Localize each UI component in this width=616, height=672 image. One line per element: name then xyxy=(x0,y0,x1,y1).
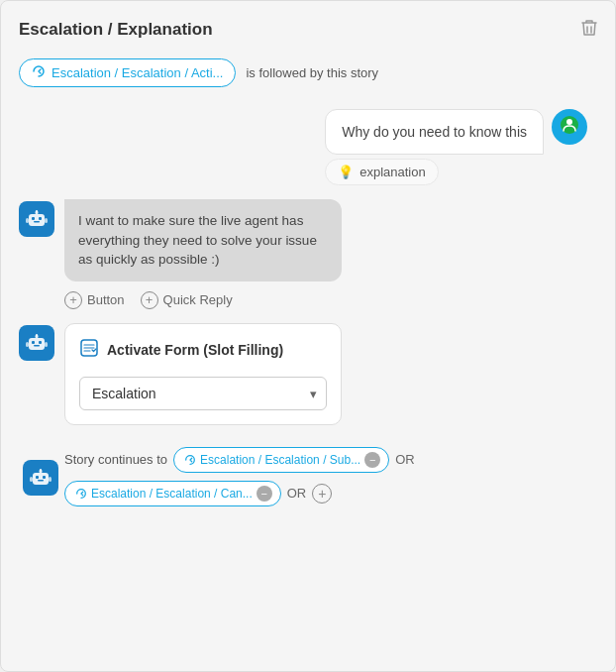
story-target-pill-2[interactable]: Escalation / Escalation / Can... − xyxy=(64,481,281,506)
story-target-pill-1[interactable]: Escalation / Escalation / Sub... − xyxy=(173,447,389,473)
trigger-pill-label: Escalation / Escalation / Acti... xyxy=(51,65,223,80)
svg-rect-24 xyxy=(43,476,46,479)
trigger-pill[interactable]: Escalation / Escalation / Acti... xyxy=(19,58,236,87)
quick-reply-label: Quick Reply xyxy=(163,292,233,307)
user-bubble-tag: 💡 explanation xyxy=(325,159,439,185)
svg-rect-13 xyxy=(34,345,40,347)
bot-form-row: Activate Form (Slot Filling) Escalation … xyxy=(19,323,597,425)
user-bubble-wrapper: Why do you need to know this 💡 explanati… xyxy=(325,109,544,185)
add-story-target-btn[interactable]: + xyxy=(312,484,332,504)
user-avatar-icon xyxy=(560,115,579,139)
story-continues-body: Story continues to Escalation / Escalati… xyxy=(64,447,415,506)
svg-rect-4 xyxy=(39,217,42,220)
or-text-2: OR xyxy=(287,486,307,501)
trigger-pill-icon xyxy=(32,64,46,81)
svg-rect-25 xyxy=(38,480,44,482)
or-text-1: OR xyxy=(395,452,415,467)
bot-avatar-1 xyxy=(19,201,54,237)
panel-title: Escalation / Explanation xyxy=(19,20,213,40)
svg-rect-12 xyxy=(39,341,42,344)
story-continues-row-2: Escalation / Escalation / Can... − OR + xyxy=(64,481,415,506)
svg-rect-10 xyxy=(29,338,45,350)
add-quick-reply-btn[interactable]: + Quick Reply xyxy=(141,291,233,309)
user-message-row: Why do you need to know this 💡 explanati… xyxy=(19,109,597,185)
remove-target-2-btn[interactable]: − xyxy=(257,486,272,502)
panel-header: Escalation / Explanation xyxy=(19,19,597,41)
bot-message-1-text: I want to make sure the live agent has e… xyxy=(78,213,317,267)
svg-point-27 xyxy=(40,469,42,471)
svg-rect-28 xyxy=(30,477,33,482)
svg-rect-8 xyxy=(26,218,29,223)
svg-rect-23 xyxy=(36,476,39,479)
svg-point-1 xyxy=(566,119,572,125)
bot-content-1: I want to make sure the live agent has e… xyxy=(64,199,597,309)
bot-avatar-3 xyxy=(23,460,58,496)
story-continues-row-1: Story continues to Escalation / Escalati… xyxy=(64,447,415,473)
svg-rect-3 xyxy=(32,217,35,220)
add-button-btn[interactable]: + Button xyxy=(64,291,125,309)
bulb-icon: 💡 xyxy=(338,165,354,179)
svg-rect-2 xyxy=(29,214,45,226)
main-panel: Escalation / Explanation Escalation / Es… xyxy=(0,0,616,672)
svg-rect-11 xyxy=(32,341,35,344)
story-continues-label: Story continues to xyxy=(64,452,167,467)
svg-rect-5 xyxy=(34,221,40,223)
bot-message-row-1: I want to make sure the live agent has e… xyxy=(19,199,597,309)
user-avatar xyxy=(552,109,587,145)
form-card-header: Activate Form (Slot Filling) xyxy=(79,338,327,363)
svg-rect-9 xyxy=(45,218,48,223)
chat-area: Why do you need to know this 💡 explanati… xyxy=(19,109,597,425)
form-card-title: Activate Form (Slot Filling) xyxy=(107,342,283,358)
bot-bubble-1: I want to make sure the live agent has e… xyxy=(64,199,342,281)
svg-rect-17 xyxy=(45,342,48,347)
svg-rect-29 xyxy=(49,477,51,482)
form-card: Activate Form (Slot Filling) Escalation … xyxy=(64,323,342,425)
remove-target-1-btn[interactable]: − xyxy=(364,452,380,468)
story-target-2-label: Escalation / Escalation / Can... xyxy=(91,487,253,501)
escalation-select[interactable]: Escalation Option 2 Option 3 xyxy=(79,377,327,410)
bot-form-content: Activate Form (Slot Filling) Escalation … xyxy=(64,323,597,425)
plus-circle-2: + xyxy=(141,291,158,309)
trash-icon[interactable] xyxy=(581,19,597,41)
form-select-wrapper: Escalation Option 2 Option 3 ▾ xyxy=(79,377,327,410)
button-label: Button xyxy=(87,292,125,307)
svg-rect-16 xyxy=(26,342,29,347)
story-target-1-label: Escalation / Escalation / Sub... xyxy=(200,453,360,467)
user-message-text: Why do you need to know this xyxy=(342,124,527,140)
plus-circle-1: + xyxy=(64,291,82,309)
bot-avatar-2 xyxy=(19,325,54,361)
user-bubble-tag-label: explanation xyxy=(359,165,426,179)
bot-actions: + Button + Quick Reply xyxy=(64,291,597,309)
form-card-icon xyxy=(79,338,99,363)
story-continues-section: Story continues to Escalation / Escalati… xyxy=(19,447,597,506)
svg-point-15 xyxy=(36,334,38,336)
svg-rect-22 xyxy=(33,473,49,485)
story-trigger-row: Escalation / Escalation / Acti... is fol… xyxy=(19,58,597,87)
followed-by-text: is followed by this story xyxy=(246,65,378,80)
user-bubble: Why do you need to know this xyxy=(325,109,544,155)
svg-point-7 xyxy=(36,210,38,212)
